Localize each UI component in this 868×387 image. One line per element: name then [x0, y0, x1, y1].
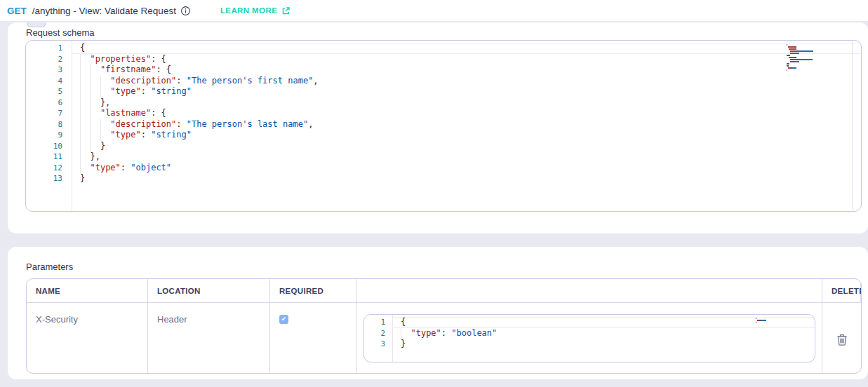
editor-gutter: 12345678910111213: [26, 43, 72, 211]
request-schema-panel: Request schema 12345678910111213 { "prop…: [8, 22, 868, 233]
param-schema-cell: 123 { "type": "boolean"}: [357, 303, 822, 373]
code-line: "lastname": {: [72, 108, 861, 119]
code-line: "description": "The person's last name",: [72, 119, 861, 130]
param-delete-cell: [822, 303, 861, 373]
code-line: "type": "string": [72, 130, 861, 141]
scrolled-tab-artifact: [27, 22, 46, 27]
delete-parameter-button[interactable]: [835, 334, 849, 348]
request-schema-editor[interactable]: 12345678910111213 { "properties": { "fir…: [25, 40, 862, 212]
parameters-table: NAME LOCATION REQUIRED DELETE X-Security…: [26, 278, 862, 374]
code-line: "type": "string": [72, 86, 861, 97]
code-area[interactable]: { "properties": { "firstname": { "descri…: [72, 43, 861, 211]
code-line: "firstname": {: [72, 64, 861, 76]
param-required-cell: ✔: [270, 303, 357, 373]
code-area[interactable]: { "type": "boolean"}: [392, 317, 815, 362]
code-line: },: [72, 97, 861, 109]
code-line: "description": "The person's first name"…: [72, 76, 861, 87]
parameters-label: Parameters: [26, 262, 73, 272]
code-line: "type": "object": [72, 163, 861, 174]
col-header-location: LOCATION: [148, 279, 270, 303]
code-line: "type": "boolean": [392, 328, 815, 339]
code-line: }: [392, 339, 815, 350]
param-name-cell: X-Security: [27, 303, 148, 373]
param-schema-editor[interactable]: 123 { "type": "boolean"}: [363, 314, 815, 362]
learn-more-link[interactable]: LEARN MORE: [220, 6, 291, 15]
editor-scrollbar-edge: [852, 42, 853, 210]
required-checkbox[interactable]: ✔: [279, 315, 288, 324]
editor-minimap[interactable]: [787, 44, 813, 72]
http-method-badge: GET: [7, 6, 27, 16]
code-line: {: [392, 317, 815, 328]
param-location-cell: Header: [148, 303, 270, 373]
learn-more-label: LEARN MORE: [220, 6, 277, 15]
editor-minimap[interactable]: [756, 318, 782, 324]
code-line: "properties": {: [72, 54, 861, 65]
col-header-required: REQUIRED: [270, 279, 357, 303]
col-header-schema: [357, 279, 822, 303]
trash-icon: [836, 334, 848, 346]
parameters-panel: Parameters NAME LOCATION REQUIRED DELETE…: [8, 247, 868, 379]
request-schema-label: Request schema: [26, 27, 95, 38]
external-link-icon: [281, 6, 291, 15]
route-header-bar: GET /anything - View: Validate Request L…: [0, 0, 868, 21]
col-header-name: NAME: [27, 279, 148, 303]
col-header-delete: DELETE: [822, 279, 861, 303]
info-circle-icon[interactable]: [180, 6, 191, 16]
code-line: }: [72, 141, 861, 152]
route-title: /anything - View: Validate Request: [32, 6, 176, 16]
code-line: }: [72, 173, 861, 184]
code-line: {: [72, 43, 861, 54]
editor-gutter: 123: [364, 317, 392, 362]
code-line: },: [72, 151, 861, 163]
